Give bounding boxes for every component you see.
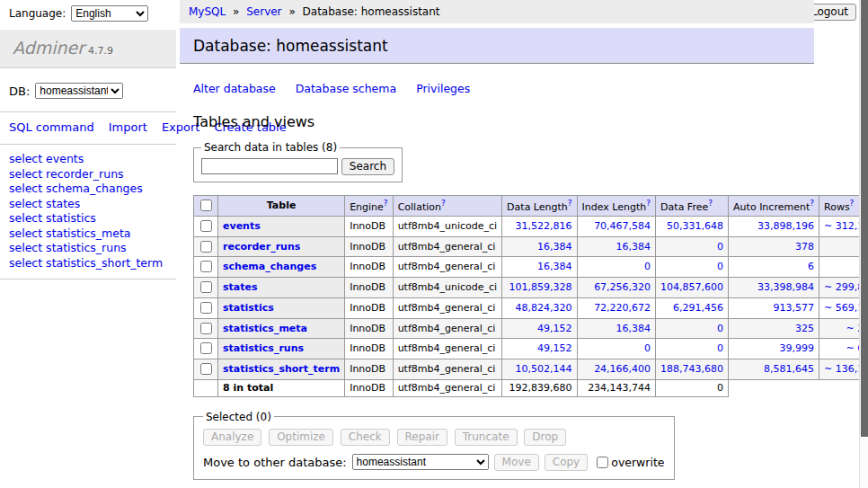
table-row: states InnoDB utf8mb4_unicode_ci 101,859… [194,278,868,298]
language-select[interactable]: English [71,5,148,22]
data-free-link[interactable]: 0 [717,323,723,334]
help-icon[interactable]: ? [568,199,572,208]
collation-cell: utf8mb4_general_ci [393,379,501,396]
row-checkbox[interactable] [200,241,212,253]
row-checkbox[interactable] [200,363,212,375]
auto-increment-link[interactable]: 33,898,196 [757,220,814,232]
table-link[interactable]: states [223,281,258,293]
row-checkbox[interactable] [200,281,212,293]
privileges-link[interactable]: Privileges [416,82,470,95]
data-free-link[interactable]: 50,331,648 [667,220,723,232]
help-icon[interactable]: ? [384,199,388,208]
sidebar-item-select-statistics-meta[interactable]: select statistics_meta [9,226,167,242]
table-link[interactable]: statistics [223,302,274,314]
help-icon[interactable]: ? [850,199,855,208]
total-label: 8 in total [218,379,345,396]
index-length-link[interactable]: 0 [644,342,651,354]
row-checkbox[interactable] [200,323,212,334]
col-header-data-length: Data Length? [502,196,577,217]
row-checkbox[interactable] [200,220,212,232]
optimize-button[interactable]: Optimize [269,429,333,446]
database-schema-link[interactable]: Database schema [296,82,396,95]
search-legend: Search data in tables (8) [201,141,340,154]
data-free-link[interactable]: 104,857,600 [660,281,723,293]
data-free-link[interactable]: 0 [717,342,723,354]
index-length-link[interactable]: 67,256,320 [594,281,651,293]
table-link[interactable]: schema_changes [223,261,316,272]
data-length-link[interactable]: 16,384 [537,261,572,272]
help-icon[interactable]: ? [646,199,651,208]
breadcrumb-link-mysql[interactable]: MySQL [189,5,226,18]
scrollbar-thumb[interactable] [861,0,868,437]
overwrite-option: overwrite [593,454,664,471]
row-checkbox[interactable] [200,302,212,314]
table-row: statistics InnoDB utf8mb4_general_ci 48,… [194,297,868,318]
sidebar-link-sql-command[interactable]: SQL command [9,120,94,134]
engine-cell: InnoDB [345,379,393,396]
data-length-link[interactable]: 49,152 [537,342,572,354]
repair-button[interactable]: Repair [397,429,447,446]
help-icon[interactable]: ? [810,199,814,208]
truncate-button[interactable]: Truncate [455,429,518,446]
sidebar-table-list: select events select recorder_runs selec… [0,145,176,279]
drop-button[interactable]: Drop [524,429,566,446]
row-checkbox[interactable] [200,261,212,272]
sidebar-item-select-statistics-runs[interactable]: select statistics_runs [9,241,167,256]
check-button[interactable]: Check [341,429,390,446]
index-length-link[interactable]: 24,166,400 [594,363,651,375]
collation-cell: utf8mb4_general_ci [393,297,501,318]
auto-increment-link[interactable]: 39,999 [780,342,815,354]
breadcrumb-link-server[interactable]: Server [246,5,281,18]
sidebar-link-import[interactable]: Import [109,120,147,134]
table-link[interactable]: statistics_runs [223,342,304,354]
auto-increment-link[interactable]: 33,398,984 [757,281,814,293]
app-name: Adminer [13,38,84,58]
search-button[interactable]: Search [341,158,394,175]
analyze-button[interactable]: Analyze [203,429,261,446]
row-checkbox[interactable] [200,342,212,354]
sidebar-item-select-states[interactable]: select states [9,197,167,212]
alter-database-link[interactable]: Alter database [193,82,276,95]
table-link[interactable]: statistics_short_term [223,363,340,375]
index-length-link[interactable]: 70,467,584 [594,220,651,232]
auto-increment-link[interactable]: 325 [795,323,814,334]
move-database-select[interactable]: homeassistant [352,454,489,470]
overwrite-checkbox[interactable] [597,457,608,468]
sidebar-item-select-statistics-short-term[interactable]: select statistics_short_term [9,256,167,271]
help-icon[interactable]: ? [708,199,713,208]
index-length-link[interactable]: 72,220,672 [594,302,651,314]
index-length-link[interactable]: 16,384 [616,241,651,253]
copy-button[interactable]: Copy [545,454,588,471]
help-icon[interactable]: ? [441,199,446,208]
vertical-scrollbar[interactable] [859,0,868,488]
data-length-link[interactable]: 16,384 [537,241,572,253]
auto-increment-link[interactable]: 6 [808,261,814,272]
sidebar-item-select-recorder-runs[interactable]: select recorder_runs [9,167,167,182]
data-free-link[interactable]: 0 [717,241,723,253]
table-link[interactable]: statistics_meta [223,323,307,334]
data-free-link[interactable]: 0 [717,261,723,272]
data-free-link[interactable]: 188,743,680 [660,363,723,375]
auto-increment-link[interactable]: 913,577 [774,302,815,314]
index-length-link[interactable]: 0 [644,261,651,272]
table-row: statistics_short_term InnoDB utf8mb4_gen… [194,359,868,380]
sidebar-item-select-statistics[interactable]: select statistics [9,211,167,226]
auto-increment-link[interactable]: 378 [795,241,814,253]
select-all-checkbox[interactable] [200,200,212,211]
index-length-link[interactable]: 16,384 [616,323,651,334]
table-link[interactable]: events [223,220,261,232]
sidebar-item-select-schema-changes[interactable]: select schema_changes [9,182,167,197]
data-length-link[interactable]: 31,522,816 [516,220,572,232]
language-row: Language: English [0,0,176,27]
move-button[interactable]: Move [494,454,539,471]
sidebar-item-select-events[interactable]: select events [9,152,167,167]
data-length-link[interactable]: 49,152 [537,323,572,334]
data-free-link[interactable]: 6,291,456 [673,302,723,314]
search-input[interactable] [201,158,338,174]
db-select[interactable]: homeassistant [35,83,123,99]
data-length-link[interactable]: 48,824,320 [516,302,572,314]
data-length-link[interactable]: 101,859,328 [509,281,572,293]
table-link[interactable]: recorder_runs [223,241,300,253]
data-length-link[interactable]: 10,502,144 [516,363,572,375]
auto-increment-link[interactable]: 8,581,645 [764,363,814,375]
